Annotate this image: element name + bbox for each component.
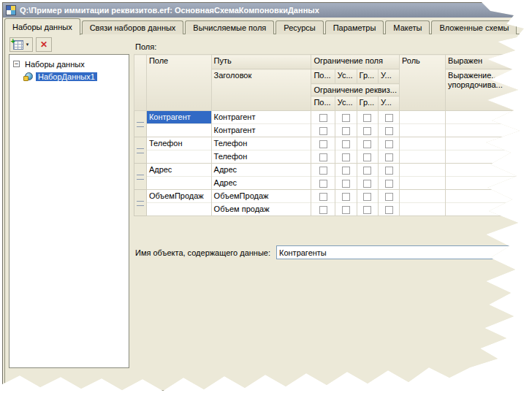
title-value[interactable]: Контрагент [212, 123, 311, 137]
expression-cell[interactable] [446, 137, 529, 164]
add-dataset-button[interactable]: + ▼ [10, 37, 33, 52]
title-value[interactable]: Объем продаж [212, 202, 311, 215]
path-cell[interactable]: ОбъемПродаж Объем продаж [211, 190, 311, 216]
restriction-checkbox[interactable] [385, 167, 393, 175]
tab-parameters[interactable]: Параметры [325, 20, 384, 34]
row-grip[interactable] [134, 111, 147, 137]
restriction-checkbox[interactable] [319, 180, 327, 188]
field-value[interactable]: Адрес [147, 164, 211, 176]
role-cell[interactable] [399, 190, 445, 216]
restriction-checkbox[interactable] [385, 193, 393, 201]
field-value[interactable]: Телефон [147, 137, 211, 150]
role-cell[interactable] [399, 137, 445, 164]
restriction-checkbox[interactable] [342, 140, 350, 148]
col-header-attr-restriction-3: Гр... [357, 96, 379, 111]
path-value[interactable]: Адрес [212, 164, 311, 176]
restriction-checkbox[interactable] [319, 153, 327, 161]
row-grip[interactable] [134, 164, 147, 190]
path-value[interactable]: ОбъемПродаж [212, 190, 311, 202]
tab-resources[interactable]: Ресурсы [276, 20, 323, 34]
tree-item-dataset1[interactable]: НаборДанных1 [10, 70, 129, 83]
restriction-checkbox[interactable] [342, 193, 350, 201]
restriction-checkbox[interactable] [385, 127, 393, 135]
restriction-checkbox[interactable] [319, 206, 327, 214]
restriction-checkbox[interactable] [342, 153, 350, 161]
restriction-checkbox[interactable] [363, 127, 371, 135]
tree-expander-icon[interactable]: − [13, 61, 20, 67]
delete-icon: ✕ [40, 39, 48, 50]
tree-item-label: НаборДанных1 [36, 72, 97, 81]
restriction-checkbox[interactable] [342, 114, 350, 122]
restriction-checkbox[interactable] [319, 167, 327, 175]
corner-header-cell [134, 55, 147, 111]
application-window: Q:\Пример иммитации реквизитов.erf: Осно… [2, 2, 530, 391]
path-cell[interactable]: Адрес Адрес [211, 164, 311, 190]
restriction-checkbox[interactable] [319, 193, 327, 201]
restriction-cell [335, 137, 357, 164]
delete-dataset-button[interactable]: ✕ [36, 37, 52, 52]
title-bar[interactable]: Q:\Пример иммитации реквизитов.erf: Осно… [3, 3, 529, 18]
tab-layouts[interactable]: Макеты [385, 20, 430, 34]
restriction-checkbox[interactable] [319, 114, 327, 122]
restriction-checkbox[interactable] [319, 127, 327, 135]
restriction-checkbox[interactable] [342, 167, 350, 175]
field-cell[interactable]: Контрагент [146, 111, 211, 137]
path-value[interactable]: Телефон [212, 137, 311, 150]
restriction-checkbox[interactable] [385, 140, 393, 148]
field-cell[interactable]: Адрес [146, 164, 211, 190]
restriction-checkbox[interactable] [319, 140, 327, 148]
path-cell[interactable]: Телефон Телефон [211, 137, 311, 164]
title-value[interactable]: Адрес [212, 176, 311, 189]
field-cell[interactable]: Телефон [146, 137, 211, 164]
object-name-input[interactable] [276, 245, 529, 259]
tab-nested-schemas[interactable]: Вложенные схемы [431, 20, 517, 34]
col-header-attr-restriction: Ограничение реквиз... [311, 84, 400, 96]
restriction-checkbox[interactable] [385, 153, 393, 161]
plus-icon: + [11, 37, 15, 45]
restriction-checkbox[interactable] [363, 140, 371, 148]
row-grip[interactable] [134, 190, 147, 216]
col-header-role: Роль [399, 55, 445, 111]
restriction-checkbox[interactable] [385, 206, 393, 214]
expression-cell[interactable] [446, 111, 529, 137]
add-table-icon: + [13, 40, 23, 50]
path-cell[interactable]: Контрагент Контрагент [211, 111, 311, 137]
restriction-checkbox[interactable] [363, 193, 371, 201]
restriction-cell [311, 137, 335, 164]
row-grip[interactable] [134, 137, 147, 164]
window-icon [6, 5, 16, 15]
tab-strip: Наборы данных Связи наборов данных Вычис… [4, 18, 518, 34]
restriction-checkbox[interactable] [342, 127, 350, 135]
col-header-attr-restriction-4: У... [379, 96, 400, 111]
restriction-checkbox[interactable] [363, 153, 371, 161]
col-header-field: Поле [146, 55, 211, 111]
role-cell[interactable] [399, 164, 445, 190]
grip-icon [137, 175, 144, 180]
restriction-checkbox[interactable] [363, 167, 371, 175]
col-header-field-restriction: Ограничение поля [311, 55, 400, 69]
table-row: ОбъемПродаж ОбъемПродаж Объем продаж [134, 190, 529, 216]
col-header-attr-restriction-2: Ус... [335, 96, 357, 111]
expression-sub-line1: Выражение... [448, 71, 526, 80]
role-cell[interactable] [399, 111, 445, 137]
restriction-checkbox[interactable] [342, 180, 350, 188]
tab-calculated-fields[interactable]: Вычисляемые поля [185, 20, 274, 34]
restriction-checkbox[interactable] [385, 114, 393, 122]
tab-datasets[interactable]: Наборы данных [4, 18, 80, 35]
col-header-expression-sub: Выражение... упорядочива... [446, 69, 529, 111]
field-value[interactable]: Контрагент [147, 111, 211, 123]
field-value[interactable]: ОбъемПродаж [147, 190, 211, 202]
title-value[interactable]: Телефон [212, 150, 311, 163]
expression-cell[interactable] [446, 164, 529, 190]
restriction-checkbox[interactable] [363, 180, 371, 188]
tree-root-datasets[interactable]: − Наборы данных [10, 58, 129, 70]
field-cell[interactable]: ОбъемПродаж [146, 190, 211, 216]
tab-dataset-links[interactable]: Связи наборов данных [82, 20, 184, 34]
restriction-checkbox[interactable] [385, 180, 393, 188]
expression-cell[interactable] [446, 190, 529, 216]
restriction-checkbox[interactable] [363, 114, 371, 122]
restriction-cell [335, 111, 357, 137]
restriction-checkbox[interactable] [342, 206, 350, 214]
path-value[interactable]: Контрагент [212, 111, 311, 123]
restriction-checkbox[interactable] [363, 206, 371, 214]
